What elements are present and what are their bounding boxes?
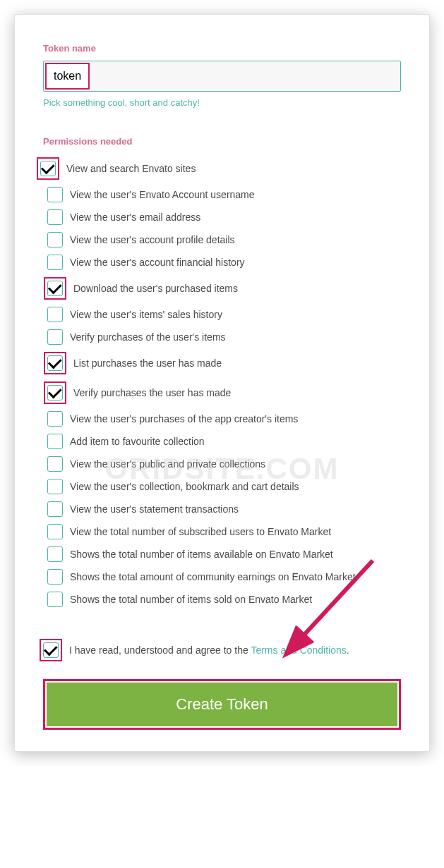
create-token-button[interactable]: Create Token <box>47 683 397 726</box>
permission-label: View the user's items' sales history <box>70 309 222 320</box>
permission-row: View the user's account financial histor… <box>47 251 401 274</box>
permission-label: Add item to favourite collection <box>70 436 205 447</box>
permission-checkbox[interactable] <box>47 355 63 371</box>
permission-label: View the user's statement transactions <box>70 503 239 515</box>
permission-label: View the user's account financial histor… <box>70 257 245 268</box>
permission-checkbox[interactable] <box>47 592 63 607</box>
permission-label: View the total number of subscribed user… <box>70 526 331 537</box>
permission-checkbox[interactable] <box>47 329 63 345</box>
permission-label: View the user's email address <box>70 212 200 223</box>
permission-label: View the user's Envato Account username <box>70 189 255 200</box>
permission-checkbox[interactable] <box>47 255 63 270</box>
permission-label: Shows the total number of items sold on … <box>70 594 312 605</box>
permission-row: Shows the total number of items sold on … <box>47 588 401 611</box>
permission-row: View the user's email address <box>47 206 401 228</box>
permission-row: Add item to favourite collection <box>47 430 401 453</box>
permission-checkbox-highlight <box>44 352 66 374</box>
permissions-label: Permissions needed <box>43 136 401 147</box>
token-form-card: Token name token Pick something cool, sh… <box>14 14 430 752</box>
permission-label: View the user's purchases of the app cre… <box>70 413 298 424</box>
token-name-input-wrap: token <box>43 61 401 92</box>
permission-checkbox[interactable] <box>47 546 63 562</box>
permission-checkbox[interactable] <box>47 209 63 225</box>
permission-row: View the user's statement transactions <box>47 498 401 520</box>
permission-checkbox[interactable] <box>47 281 63 296</box>
permission-row: View the user's Envato Account username <box>47 183 401 206</box>
permission-checkbox[interactable] <box>47 307 63 322</box>
permission-row: Verify purchases of the user's items <box>47 326 401 348</box>
permission-row: View the user's public and private colle… <box>47 453 401 475</box>
terms-row: I have read, understood and agree to the… <box>43 639 401 661</box>
permission-row: View the user's collection, bookmark and… <box>47 475 401 498</box>
permission-label: View the user's account profile details <box>70 234 235 245</box>
permissions-list: View and search Envato sitesView the use… <box>43 154 401 611</box>
permission-label: List purchases the user has made <box>73 357 222 369</box>
token-name-value[interactable]: token <box>54 70 81 82</box>
permission-checkbox-highlight <box>37 157 59 180</box>
permission-label: View and search Envato sites <box>66 163 196 174</box>
permission-row: View the user's purchases of the app cre… <box>47 408 401 430</box>
terms-text-suffix: . <box>347 644 349 656</box>
token-name-input-highlight: token <box>45 63 90 90</box>
permission-label: View the user's collection, bookmark and… <box>70 481 299 492</box>
permission-label: Download the user's purchased items <box>73 283 238 294</box>
permission-checkbox[interactable] <box>47 569 63 585</box>
permission-checkbox-highlight <box>44 381 66 404</box>
permission-label: Verify purchases of the user's items <box>70 331 226 343</box>
permission-label: Shows the total amount of community earn… <box>70 571 356 582</box>
token-name-label: Token name <box>43 43 401 54</box>
permissions-section: Permissions needed View and search Envat… <box>43 136 401 611</box>
permission-row: Download the user's purchased items <box>47 274 401 303</box>
permission-checkbox[interactable] <box>47 411 63 427</box>
permission-checkbox[interactable] <box>40 161 56 176</box>
permission-checkbox[interactable] <box>47 434 63 449</box>
permission-row: View the user's items' sales history <box>47 303 401 326</box>
permission-checkbox[interactable] <box>47 187 63 202</box>
permission-row: View the total number of subscribed user… <box>47 520 401 543</box>
permission-row: List purchases the user has made <box>47 348 401 378</box>
permission-row: Verify purchases the user has made <box>47 378 401 408</box>
terms-checkbox-highlight <box>40 639 62 661</box>
permission-checkbox[interactable] <box>47 456 63 472</box>
permission-checkbox-highlight <box>44 277 66 300</box>
terms-text-prefix: I have read, understood and agree to the <box>69 644 251 656</box>
terms-checkbox[interactable] <box>43 642 59 658</box>
permission-checkbox[interactable] <box>47 501 63 517</box>
permission-checkbox[interactable] <box>47 479 63 494</box>
permission-label: Shows the total number of items availabl… <box>70 549 333 560</box>
terms-link[interactable]: Terms and Conditions <box>251 644 346 656</box>
permission-checkbox[interactable] <box>47 232 63 247</box>
permission-row: View and search Envato sites <box>40 154 401 183</box>
terms-text-container: I have read, understood and agree to the… <box>69 644 349 656</box>
token-name-hint: Pick something cool, short and catchy! <box>43 97 401 108</box>
permission-row: Shows the total amount of community earn… <box>47 566 401 588</box>
permission-label: Verify purchases the user has made <box>73 387 231 398</box>
permission-checkbox[interactable] <box>47 385 63 401</box>
permission-row: View the user's account profile details <box>47 228 401 251</box>
permission-label: View the user's public and private colle… <box>70 458 265 470</box>
permission-checkbox[interactable] <box>47 524 63 539</box>
create-button-highlight: Create Token <box>43 679 401 730</box>
permission-row: Shows the total number of items availabl… <box>47 543 401 566</box>
